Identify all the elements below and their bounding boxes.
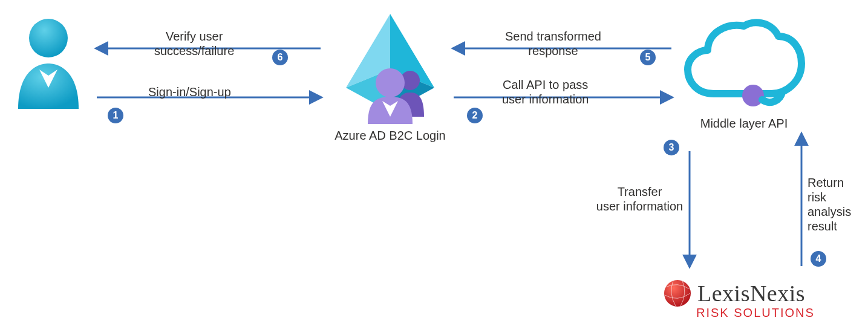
badge-step-1: 1 — [108, 108, 123, 123]
middle-layer-api-node: Middle layer API — [680, 15, 808, 131]
svg-point-8 — [664, 280, 691, 307]
svg-point-7 — [742, 85, 764, 106]
badge-step-3: 3 — [664, 140, 679, 155]
azure-pyramid-icon — [333, 9, 448, 124]
user-node — [12, 15, 85, 114]
user-icon — [12, 15, 85, 112]
label-step-1: Sign-in/Sign-up — [148, 85, 231, 99]
label-step-5: Send transformed response — [505, 29, 601, 58]
label-step-6: Verify user success/failure — [154, 29, 234, 58]
badge-step-6: 6 — [272, 50, 288, 65]
label-step-2: Call API to pass user information — [502, 77, 589, 106]
azure-ad-b2c-node: Azure AD B2C Login — [333, 9, 448, 143]
badge-step-4: 4 — [811, 251, 826, 267]
svg-point-0 — [29, 19, 68, 57]
lexisnexis-subtitle: RISK SOLUTIONS — [696, 306, 815, 320]
arrow-step-3 — [687, 151, 693, 272]
badge-step-2: 2 — [467, 108, 483, 123]
svg-point-6 — [376, 68, 405, 97]
label-step-3: Transfer user information — [596, 184, 684, 213]
cloud-api-icon — [680, 15, 808, 112]
middle-layer-label: Middle layer API — [680, 117, 808, 131]
lexisnexis-globe-icon — [662, 278, 693, 308]
label-step-4: Return risk analysis result — [808, 175, 868, 233]
azure-label: Azure AD B2C Login — [333, 129, 448, 143]
lexisnexis-name: LexisNexis — [697, 281, 805, 306]
arrow-step-4 — [798, 134, 804, 272]
lexisnexis-node: LexisNexis RISK SOLUTIONS — [662, 278, 815, 320]
badge-step-5: 5 — [640, 50, 656, 65]
